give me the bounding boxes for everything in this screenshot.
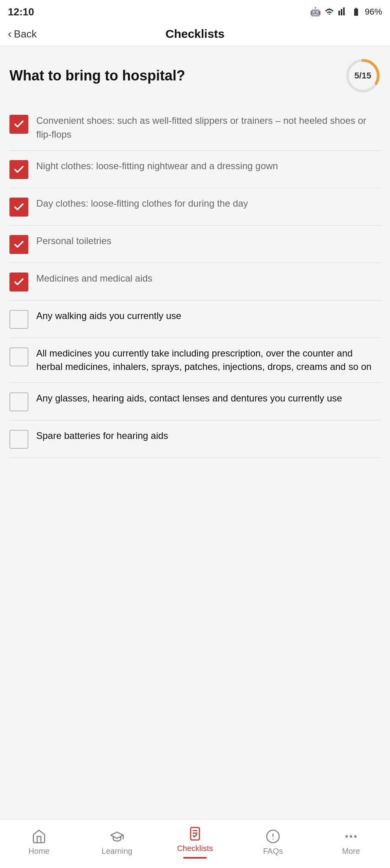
item-text-4: Personal toiletries	[36, 234, 381, 248]
progress-circle: 5/15	[345, 58, 381, 93]
svg-rect-2	[191, 827, 199, 840]
checklist-item: Personal toiletries	[9, 226, 381, 263]
nav-item-learning[interactable]: Learning	[97, 829, 137, 856]
checkbox-2[interactable]	[9, 160, 28, 179]
checklist-item: Spare batteries for hearing aids	[9, 420, 381, 458]
check-icon	[13, 276, 25, 288]
faqs-icon	[265, 829, 281, 844]
nav-item-home[interactable]: Home	[19, 829, 59, 856]
checklist-item: Day clothes: loose-fitting clothes for d…	[9, 188, 381, 226]
back-arrow-icon: ‹	[8, 28, 11, 40]
active-indicator	[183, 857, 207, 859]
progress-text: 5/15	[355, 71, 371, 81]
main-content: What to bring to hospital? 5/15 Convenie…	[0, 46, 390, 515]
battery-text: 96%	[365, 7, 382, 17]
nav-item-faqs[interactable]: FAQs	[253, 829, 293, 856]
checklist-item: Any walking aids you currently use	[9, 301, 381, 338]
android-icon: 🤖	[310, 7, 321, 17]
check-icon	[13, 118, 25, 130]
nav-item-more[interactable]: More	[331, 829, 371, 856]
status-icons: 🤖 96%	[310, 7, 382, 17]
header: ‹ Back Checklists	[0, 22, 390, 46]
nav-label-more: More	[342, 847, 360, 856]
check-icon	[13, 164, 25, 175]
svg-point-9	[350, 835, 352, 838]
more-icon	[343, 829, 359, 844]
checklist-items: Convenient shoes: such as well-fitted sl…	[9, 105, 381, 458]
svg-point-10	[354, 835, 357, 838]
battery-icon	[351, 7, 361, 17]
item-text-7: All medicines you currently take includi…	[36, 347, 381, 374]
check-icon	[13, 239, 25, 250]
nav-item-checklists[interactable]: Checklists	[175, 826, 215, 859]
back-label: Back	[14, 28, 37, 40]
checklist-item: Any glasses, hearing aids, contact lense…	[9, 383, 381, 420]
nav-label-faqs: FAQs	[263, 847, 283, 856]
check-icon	[13, 201, 25, 213]
checklist-item: Night clothes: loose-fitting nightwear a…	[9, 151, 381, 188]
item-text-5: Medicines and medical aids	[36, 272, 381, 286]
learning-icon	[109, 829, 125, 844]
checklist-item: Medicines and medical aids	[9, 263, 381, 301]
checklist-header: What to bring to hospital? 5/15	[9, 58, 381, 93]
checklist-item: All medicines you currently take includi…	[9, 338, 381, 383]
checkbox-6[interactable]	[9, 310, 28, 329]
checkbox-9[interactable]	[9, 430, 28, 449]
checkbox-1[interactable]	[9, 115, 28, 134]
status-bar: 12:10 🤖 96%	[0, 0, 390, 22]
svg-point-8	[345, 835, 348, 838]
item-text-6: Any walking aids you currently use	[36, 309, 381, 323]
item-text-1: Convenient shoes: such as well-fitted sl…	[36, 114, 381, 142]
checklist-title: What to bring to hospital?	[9, 67, 345, 84]
item-text-2: Night clothes: loose-fitting nightwear a…	[36, 159, 381, 173]
item-text-8: Any glasses, hearing aids, contact lense…	[36, 392, 381, 405]
checklist-item: Convenient shoes: such as well-fitted sl…	[9, 105, 381, 151]
bottom-nav: Home Learning Checklists	[0, 819, 390, 868]
nav-label-home: Home	[28, 847, 49, 856]
signal-icon	[338, 7, 347, 17]
checkbox-4[interactable]	[9, 235, 28, 254]
wifi-icon	[325, 7, 334, 17]
checkbox-7[interactable]	[9, 347, 28, 366]
checkbox-3[interactable]	[9, 198, 28, 217]
checklists-icon	[187, 826, 203, 842]
item-text-9: Spare batteries for hearing aids	[36, 429, 381, 443]
checkbox-5[interactable]	[9, 273, 28, 291]
home-icon	[31, 829, 47, 844]
checkbox-8[interactable]	[9, 392, 28, 411]
nav-label-checklists: Checklists	[177, 844, 213, 853]
item-text-3: Day clothes: loose-fitting clothes for d…	[36, 197, 381, 211]
header-title: Checklists	[165, 27, 225, 41]
nav-label-learning: Learning	[102, 847, 132, 856]
back-button[interactable]: ‹ Back	[8, 28, 37, 40]
status-time: 12:10	[8, 6, 34, 18]
